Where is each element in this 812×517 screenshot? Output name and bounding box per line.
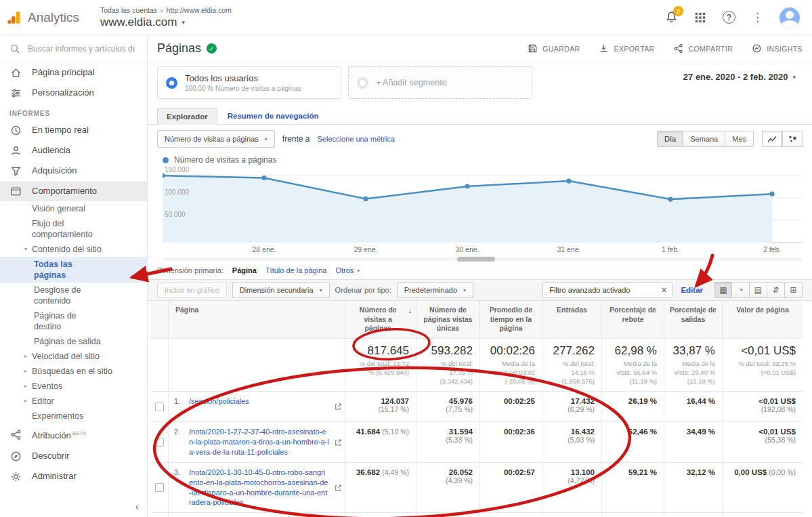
column-header-bounce-rate[interactable]: Porcentaje de rebote: [601, 301, 664, 338]
sort-type-dropdown[interactable]: Predeterminado ▾: [397, 282, 473, 298]
clear-filter-icon[interactable]: ✕: [656, 283, 672, 297]
granularity-day-button[interactable]: Día: [657, 131, 683, 147]
sidebar-search[interactable]: [0, 35, 147, 62]
comparison-view-button[interactable]: ⇵: [767, 282, 785, 298]
sidebar-item-attribution[interactable]: AtribuciónBETA: [0, 423, 147, 446]
sidebar-item-events[interactable]: ▸ Eventos: [0, 379, 147, 394]
sidebar-item-site-speed[interactable]: ▸ Velocidad del sitio: [0, 349, 147, 364]
breadcrumb[interactable]: Todas las cuentas › http://www.eldia.com: [100, 6, 232, 14]
property-selector[interactable]: www.eldia.com ▾: [100, 16, 232, 29]
page-title: Páginas: [157, 41, 201, 56]
column-header-avg-time[interactable]: Promedio de tiempo en la página: [479, 301, 542, 338]
select-metric-link[interactable]: Seleccione una métrica: [318, 135, 395, 143]
metric-dropdown[interactable]: Número de visitas a páginas ▾: [157, 130, 275, 148]
advanced-filter-chip[interactable]: Filtro avanzado activado ✕: [542, 282, 672, 298]
sidebar-item-admin[interactable]: Administrar: [0, 466, 147, 487]
external-link-icon[interactable]: [335, 403, 342, 411]
table-summary-row: 817.645 % del total: 12,72 % (6.429.949)…: [150, 339, 803, 392]
avatar[interactable]: [779, 7, 800, 28]
page-url-link[interactable]: /nota/2020-1-27-2-37-40-otro-asesinato-e…: [189, 427, 329, 457]
plot-rows-button[interactable]: Incluir en gráfico: [157, 282, 227, 298]
more-options-button[interactable]: ⋮: [752, 10, 763, 24]
sidebar-item-audience[interactable]: Audiencia: [0, 140, 147, 161]
segment-all-users[interactable]: Todos los usuarios 100,00 % Número de vi…: [157, 66, 341, 99]
add-segment-button[interactable]: + Añadir segmento: [348, 66, 532, 99]
line-chart-view-button[interactable]: [762, 131, 782, 147]
sidebar-item-experiments[interactable]: Experimentos: [0, 409, 147, 423]
column-header-visits[interactable]: Número de visitas a páginas↓: [345, 301, 416, 338]
sidebar-item-exit-pages[interactable]: Páginas de salida: [0, 334, 147, 349]
external-link-icon[interactable]: [335, 484, 342, 491]
column-header-entrances[interactable]: Entradas: [542, 301, 601, 338]
dimension-other-option[interactable]: Otros ▾: [335, 266, 360, 274]
row-checkbox[interactable]: [155, 438, 164, 447]
pivot-view-button[interactable]: ⊞: [785, 282, 803, 298]
dimension-page-title-option[interactable]: Título de la página: [265, 266, 327, 274]
summary-page-value: <0,01 US$ % del total: 92,25 % (<0,01 US…: [722, 339, 803, 391]
sidebar-item-content-drilldown[interactable]: Desglose de contenido: [0, 283, 147, 308]
share-button[interactable]: COMPARTIR: [672, 43, 733, 55]
column-header-page[interactable]: Página: [168, 301, 345, 338]
funnel-icon: [9, 165, 22, 177]
tab-navigation-summary[interactable]: Resumen de navegación: [219, 108, 328, 124]
edit-filter-link[interactable]: Editar: [681, 286, 703, 294]
sidebar-item-acquisition[interactable]: Adquisición: [0, 161, 147, 181]
gear-icon: [9, 470, 22, 482]
sidebar-item-behavior-flow[interactable]: Flujo del comportamiento: [0, 216, 147, 242]
vs-label: frente a: [282, 134, 310, 144]
caret-down-icon: ▾: [265, 136, 268, 142]
pages-table: Página Número de visitas a páginas↓ Núme…: [150, 301, 803, 517]
notifications-button[interactable]: 2: [665, 11, 678, 24]
page-url-link[interactable]: /seccion/policiales: [189, 396, 249, 417]
sidebar-item-site-content[interactable]: ▾ Contenido del sitio: [0, 242, 147, 257]
search-input[interactable]: [28, 44, 135, 54]
collapse-sidebar-button[interactable]: ‹: [135, 501, 139, 513]
sidebar-item-realtime[interactable]: En tiempo real: [0, 120, 147, 140]
external-link-icon[interactable]: [335, 438, 342, 446]
sidebar-item-all-pages[interactable]: Todas las páginas: [0, 257, 147, 283]
dimension-page-option[interactable]: Página: [232, 266, 257, 274]
customization-icon: [9, 87, 22, 99]
chevron-collapsed-icon: ▸: [24, 351, 32, 362]
tab-explorer[interactable]: Explorador: [157, 108, 217, 125]
summary-avg-time: 00:02:26 Media de la vista: 00:03:02 (-2…: [479, 339, 542, 391]
sidebar-item-home[interactable]: Página principal: [0, 62, 147, 83]
sidebar-item-publisher[interactable]: ▸ Editor: [0, 394, 147, 409]
granularity-week-button[interactable]: Semana: [683, 131, 725, 147]
page-url-link[interactable]: /nota/2020-1-30-10-45-0-otro-robo-sangri…: [189, 468, 329, 508]
save-button[interactable]: GUARDAR: [526, 43, 580, 55]
granularity-month-button[interactable]: Mes: [725, 131, 754, 147]
help-button[interactable]: ?: [723, 11, 735, 24]
sidebar-item-customization[interactable]: Personalización: [0, 83, 147, 103]
sidebar-item-site-search[interactable]: ▸ Búsquedas en el sitio: [0, 364, 147, 379]
chart-scrollbar-thumb[interactable]: [457, 257, 495, 262]
insights-button[interactable]: INSIGHTS: [750, 43, 803, 55]
percentage-view-button[interactable]: ◔: [732, 282, 750, 298]
apps-grid-button[interactable]: [694, 12, 706, 24]
column-header-page-value[interactable]: Valor de página: [722, 301, 803, 338]
sidebar-item-behavior[interactable]: Comportamiento: [0, 181, 147, 201]
data-quality-check-icon[interactable]: ✓: [207, 43, 217, 54]
data-view-button[interactable]: ▦: [714, 282, 732, 298]
breadcrumb-separator-icon: ›: [161, 6, 163, 14]
y-axis-tick-label: 50.000: [165, 211, 186, 218]
date-range-picker[interactable]: 27 ene. 2020 - 2 feb. 2020 ▾: [683, 72, 796, 82]
column-header-unique-views[interactable]: Número de páginas vistas únicas: [416, 301, 479, 338]
sidebar-item-discover[interactable]: Descubrir: [0, 446, 147, 466]
column-header-exit-rate[interactable]: Porcentaje de salidas: [664, 301, 722, 338]
sidebar-item-landing-pages[interactable]: Páginas de destino: [0, 308, 147, 334]
motion-chart-view-button[interactable]: [782, 131, 803, 147]
row-checkbox[interactable]: [155, 483, 164, 492]
row-checkbox[interactable]: [155, 402, 164, 411]
secondary-dimension-dropdown[interactable]: Dimensión secundaria ▾: [232, 282, 330, 298]
table-row: 1. /seccion/policiales 124.037 (15,17 %)…: [150, 392, 803, 422]
export-button[interactable]: EXPORTAR: [598, 43, 655, 55]
line-chart-plot[interactable]: 50.000100.000150.000: [163, 167, 803, 243]
chart-scrollbar[interactable]: [163, 256, 803, 262]
save-icon: [526, 43, 538, 55]
analytics-logo[interactable]: Analytics: [7, 10, 93, 25]
reports-section-heading: INFORMES: [0, 103, 147, 120]
performance-view-button[interactable]: ▤: [750, 282, 767, 298]
sidebar-item-behavior-overview[interactable]: Visión general: [0, 201, 147, 216]
summary-bounce-rate: 62,98 % Media de la vista: 56,64 % (11,1…: [601, 339, 664, 391]
